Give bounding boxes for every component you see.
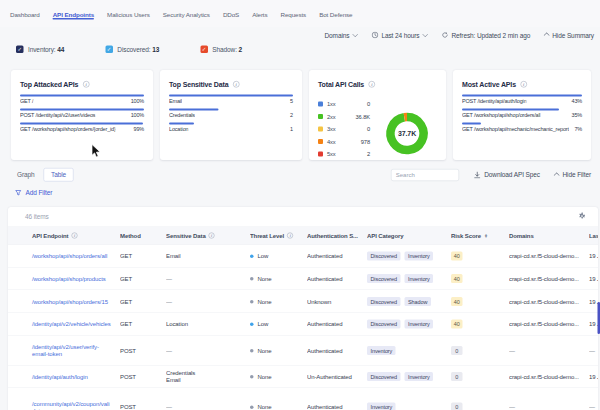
legend-swatch [318, 126, 323, 131]
authentication-cell: Authenticated [307, 267, 367, 290]
threat-level-dot [250, 277, 254, 281]
endpoint-link[interactable]: /identity/api/auth/login [32, 373, 88, 380]
filter-funnel-icon [15, 190, 22, 197]
method-cell: GET [120, 290, 166, 313]
column-header-method[interactable]: Method [120, 226, 166, 244]
column-header-domains[interactable]: Domains [509, 226, 589, 244]
legend-swatch [318, 139, 323, 144]
refresh-button[interactable]: Refresh: Updated 2 min ago [442, 31, 531, 39]
api-category-cell: Inventory [367, 335, 451, 366]
threat-level-cell: Low [250, 244, 307, 267]
bar [20, 123, 143, 125]
risk-score-cell: 0 [451, 335, 509, 366]
checkbox-checked-icon: ✓ [200, 45, 208, 53]
info-icon[interactable]: i [287, 232, 293, 238]
category-badge: Inventory [405, 372, 434, 381]
category-badge: Inventory [405, 274, 434, 283]
column-header-api-endpoint[interactable]: API Endpointi [8, 226, 120, 244]
category-badge: Discovered [367, 251, 401, 260]
endpoint-link[interactable]: /identity/api/v2/vehicle/vehicles [32, 321, 111, 328]
authentication-cell: Authenticated [307, 335, 367, 366]
column-header-api-category[interactable]: API Category [367, 226, 451, 244]
nav-item-api-endpoints[interactable]: API Endpoints [53, 2, 94, 26]
info-icon[interactable]: i [368, 81, 375, 88]
search-input[interactable] [391, 169, 459, 181]
legend-value: 2 [367, 151, 370, 157]
legend-row-1xx: 1xx0 [318, 98, 370, 111]
info-icon[interactable]: i [209, 232, 215, 238]
nav-item-bot-defense[interactable]: Bot Defense [319, 2, 352, 26]
download-api-spec-button[interactable]: Download API Spec [474, 171, 540, 179]
method-cell: GET [120, 267, 166, 290]
bar-value: 35% [569, 112, 582, 118]
info-icon[interactable]: i [83, 81, 90, 88]
hide-summary-button[interactable]: Hide Summary [545, 31, 594, 39]
threat-level-cell: None [250, 366, 307, 388]
column-label: Threat Level [250, 232, 284, 239]
bar [20, 109, 144, 111]
add-filter-label: Add Filter [26, 189, 53, 197]
category-badge: Inventory [405, 251, 434, 260]
risk-score-badge: 0 [451, 402, 463, 410]
bar-list-item: Email5 [169, 95, 293, 105]
method-cell: POST [120, 387, 166, 410]
nav-item-requests[interactable]: Requests [281, 2, 307, 26]
domains-cell: crapi-cd.sr.f5-cloud-demo... [509, 313, 589, 336]
sensitive-data-cell: Email [166, 244, 250, 267]
tab-graph[interactable]: Graph [11, 169, 41, 182]
api-category-cell: DiscoveredInventory [367, 313, 451, 336]
bar-list-item: GET /workshop/api/shop/orders/all35% [462, 109, 582, 119]
sort-icon[interactable]: ▲▼ [484, 233, 488, 238]
add-filter-button[interactable]: Add Filter [15, 189, 52, 197]
threat-level-label: None [258, 403, 272, 410]
api-category-cell: DiscoveredInventory [367, 366, 451, 388]
column-header-last-updated[interactable]: Last updated [589, 226, 598, 244]
filter-checkbox-discovered[interactable]: ✓Discovered: 13 [105, 45, 159, 53]
sensitive-data-cell: Credentials Email [166, 366, 250, 388]
risk-score-badge: 0 [451, 346, 463, 355]
filter-checkbox-shadow[interactable]: ✓Shadow: 2 [200, 45, 242, 53]
info-icon[interactable]: i [520, 81, 527, 88]
threat-level-label: None [258, 298, 272, 305]
nav-item-alerts[interactable]: Alerts [252, 2, 267, 26]
last-updated-cell: 19 Jun [589, 267, 598, 290]
column-header-authentication-s[interactable]: Authentication S... [307, 226, 367, 244]
gear-icon[interactable] [578, 212, 586, 222]
time-range-dropdown[interactable]: Last 24 hours [371, 31, 426, 39]
domains-dropdown[interactable]: Domains [324, 31, 356, 39]
nav-item-malicious-users[interactable]: Malicious Users [107, 2, 150, 26]
threat-level-cell: None [250, 267, 307, 290]
column-label: API Endpoint [32, 232, 68, 239]
endpoint-link[interactable]: /community/api/v2/coupon/vali date-coupo… [32, 400, 109, 410]
last-updated-cell: — [589, 387, 598, 410]
legend-value: 978 [361, 138, 370, 144]
info-icon[interactable]: i [71, 232, 77, 238]
endpoint-link[interactable]: /workshop/api/shop/orders/15 [32, 298, 108, 305]
info-icon[interactable]: i [233, 81, 240, 88]
checkbox-checked-icon: ✓ [16, 45, 24, 53]
column-header-threat-level[interactable]: Threat Leveli [250, 226, 307, 244]
legend-value: 0 [367, 101, 370, 107]
card-title: Total API Calls [318, 80, 364, 88]
nav-item-security-analytics[interactable]: Security Analytics [163, 2, 210, 26]
card-title: Top Attacked APIs [20, 80, 78, 88]
column-label: Last updated [589, 232, 598, 239]
endpoint-link[interactable]: /workshop/api/shop/products [32, 275, 106, 282]
api-category-cell: DiscoveredInventory [367, 244, 451, 267]
endpoint-link[interactable]: /workshop/api/shop/orders/all [32, 252, 107, 259]
category-badge: Discovered [367, 320, 401, 329]
nav-item-ddos[interactable]: DDoS [223, 2, 239, 26]
bar-label: GET /workshop/api/mechanic/mechanic_repo… [462, 126, 569, 132]
legend-label: 3xx [327, 126, 336, 132]
sensitive-data-cell: — [166, 267, 250, 290]
checkbox-checked-icon: ✓ [105, 45, 113, 53]
column-header-sensitive-data[interactable]: Sensitive Datai [166, 226, 250, 244]
chevron-down-icon [422, 31, 428, 37]
tab-table[interactable]: Table [44, 168, 74, 182]
filter-checkbox-inventory[interactable]: ✓Inventory: 44 [16, 45, 64, 53]
column-header-risk-score[interactable]: Risk Score▲▼ [451, 226, 509, 244]
endpoint-link[interactable]: /identity/api/v2/user/verify- email-toke… [32, 344, 99, 358]
hide-filter-button[interactable]: Hide Filter [555, 171, 591, 179]
nav-item-dashboard[interactable]: Dashboard [10, 2, 40, 26]
bar-label: Location [169, 126, 188, 132]
